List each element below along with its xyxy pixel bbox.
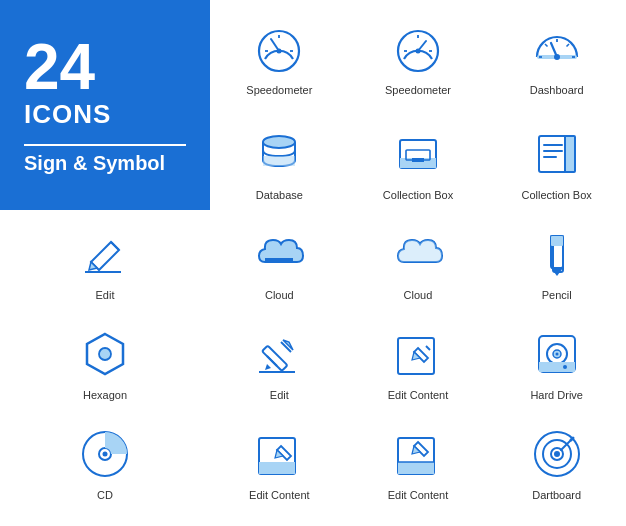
dashboard-label: Dashboard (530, 83, 584, 97)
dartboard-icon (527, 424, 587, 484)
edit-content2-icon (249, 424, 309, 484)
icon-count: 24 (24, 35, 95, 99)
header-tile: 24 ICONS Sign & Symbol (0, 0, 210, 210)
icon-cell-edit-content2: Edit Content (210, 410, 349, 510)
icon-cell-envelope1: Envelope (0, 510, 210, 526)
icon-cell-edit-content1: Edit Content (349, 310, 488, 410)
collection-box1-label: Collection Box (383, 188, 453, 202)
svg-point-48 (555, 352, 558, 355)
svg-point-64 (554, 451, 560, 457)
edit1-label: Edit (96, 288, 115, 302)
svg-point-53 (103, 451, 108, 456)
speedometer1-label: Speedometer (246, 83, 312, 97)
icon-cell-speedometer2: Speedometer (349, 0, 488, 105)
collection-box1-icon (388, 124, 448, 184)
svg-point-2 (277, 48, 282, 53)
database-icon (249, 124, 309, 184)
hexagon-icon (75, 324, 135, 384)
icon-cell-hard-drive: Hard Drive (487, 310, 626, 410)
hexagon-label: Hexagon (83, 388, 127, 402)
divider (24, 144, 186, 146)
svg-line-18 (545, 44, 548, 47)
svg-point-8 (415, 48, 420, 53)
database-label: Database (256, 188, 303, 202)
hard-drive-label: Hard Drive (530, 388, 583, 402)
collection-box2-label: Collection Box (522, 188, 592, 202)
dashboard-icon (527, 19, 587, 79)
subtitle: Sign & Symbol (24, 152, 165, 175)
icon-cell-cd: CD (0, 410, 210, 510)
svg-rect-30 (543, 156, 557, 158)
pencil-icon (527, 224, 587, 284)
svg-point-50 (563, 365, 567, 369)
edit-content1-label: Edit Content (388, 388, 449, 402)
cloud1-label: Cloud (265, 288, 294, 302)
cloud1-icon (249, 224, 309, 284)
icon-cell-cloud1: Cloud (210, 210, 349, 310)
icon-cell-pencil: Pencil (487, 210, 626, 310)
svg-line-32 (111, 242, 119, 250)
cd-label: CD (97, 488, 113, 502)
icon-cell-dashboard: Dashboard (487, 0, 626, 105)
cloud2-icon (388, 224, 448, 284)
icon-cell-cloud2: Cloud (349, 210, 488, 310)
icon-cell-speedometer1: Speedometer (210, 0, 349, 105)
svg-point-20 (263, 136, 295, 148)
icons-label: ICONS (24, 99, 111, 130)
svg-rect-27 (565, 136, 575, 172)
svg-line-42 (267, 356, 277, 366)
svg-point-14 (554, 54, 560, 60)
edit-content3-label: Edit Content (388, 488, 449, 502)
svg-rect-40 (262, 345, 287, 370)
edit2-icon (249, 324, 309, 384)
cd-icon (75, 424, 135, 484)
icon-cell-edit2: Edit (210, 310, 349, 410)
svg-rect-21 (263, 156, 295, 166)
edit2-label: Edit (270, 388, 289, 402)
dartboard-label: Dartboard (532, 488, 581, 502)
speedometer1-icon (249, 19, 309, 79)
svg-rect-28 (543, 144, 563, 146)
icon-cell-hexagon: Hexagon (0, 310, 210, 410)
svg-rect-29 (543, 150, 563, 152)
icon-cell-collection-box1: Collection Box (349, 105, 488, 210)
svg-line-63 (571, 438, 573, 440)
svg-rect-33 (265, 258, 293, 262)
icon-cell-edit1: Edit (0, 210, 210, 310)
svg-rect-36 (551, 236, 563, 246)
icon-cell-collection-box2: Collection Box (487, 105, 626, 210)
collection-box2-icon (527, 124, 587, 184)
svg-rect-25 (412, 158, 424, 162)
main-grid: 24 ICONS Sign & Symbol Speedometer (0, 0, 626, 526)
icon-cell-database: Database (210, 105, 349, 210)
edit-content1-icon (388, 324, 448, 384)
pencil-label: Pencil (542, 288, 572, 302)
edit1-icon (75, 224, 135, 284)
icon-cell-drop: Drop (349, 510, 488, 526)
svg-rect-49 (539, 362, 575, 372)
svg-rect-55 (259, 462, 295, 474)
svg-point-38 (99, 348, 111, 360)
icon-cell-envelope2: Envelope (487, 510, 626, 526)
cloud2-label: Cloud (404, 288, 433, 302)
svg-line-44 (426, 346, 430, 350)
speedometer2-icon (388, 19, 448, 79)
speedometer2-label: Speedometer (385, 83, 451, 97)
svg-line-19 (566, 44, 569, 47)
svg-rect-57 (398, 462, 434, 474)
icon-cell-dartboard: Dartboard (487, 410, 626, 510)
edit-content2-label: Edit Content (249, 488, 310, 502)
hard-drive-icon (527, 324, 587, 384)
edit-content3-icon (388, 424, 448, 484)
icon-cell-download: Download (210, 510, 349, 526)
icon-cell-edit-content3: Edit Content (349, 410, 488, 510)
svg-rect-26 (539, 136, 567, 172)
